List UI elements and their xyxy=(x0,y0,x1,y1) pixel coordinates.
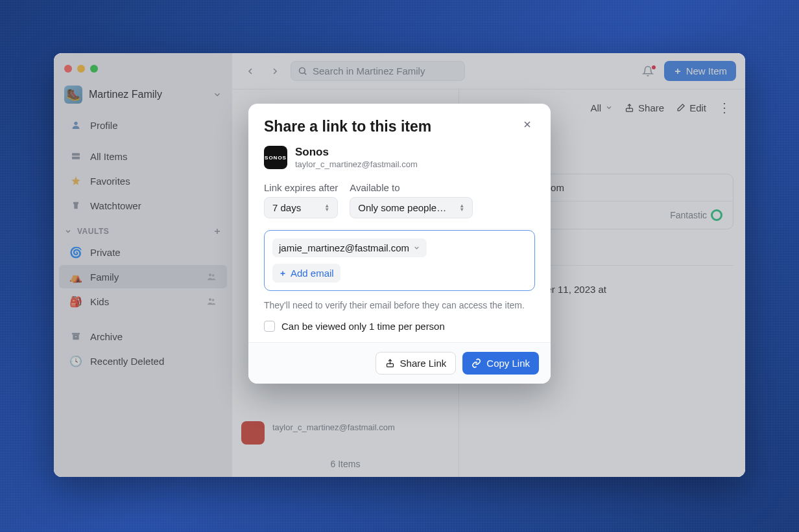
trash-icon: 🕓 xyxy=(69,354,82,367)
vault-icon: 🎒 xyxy=(69,295,82,308)
search-input[interactable]: Search in Martinez Family xyxy=(291,61,465,81)
svg-rect-9 xyxy=(72,333,80,335)
list-item[interactable]: taylor_c_martinez@fastmail.com xyxy=(232,415,459,451)
back-button[interactable] xyxy=(241,64,259,79)
sidebar-item-profile[interactable]: Profile xyxy=(59,113,227,137)
plus-icon xyxy=(673,67,682,76)
list-footer-count: 6 Items xyxy=(232,451,459,477)
fullscreen-window-button[interactable] xyxy=(90,65,98,73)
star-icon xyxy=(69,174,82,187)
chevron-down-icon xyxy=(605,104,613,111)
copy-link-button[interactable]: Copy Link xyxy=(462,352,539,375)
recipients-box[interactable]: jamie_martinez@fastmail.com Add email xyxy=(264,230,535,291)
svg-point-0 xyxy=(74,122,77,125)
svg-rect-1 xyxy=(72,153,80,156)
shared-icon xyxy=(206,296,217,306)
vaults-section-header: VAULTS xyxy=(54,218,232,240)
account-switcher[interactable]: 🥾 Martinez Family xyxy=(54,79,232,113)
sidebar-vault-kids[interactable]: 🎒 Kids xyxy=(59,290,227,313)
shared-icon xyxy=(206,272,217,282)
category-filter[interactable]: All xyxy=(590,102,613,113)
add-email-label: Add email xyxy=(291,268,334,279)
sidebar-item-label: Family xyxy=(90,272,119,283)
archive-icon xyxy=(69,330,82,343)
recipient-chip[interactable]: jamie_martinez@fastmail.com xyxy=(272,238,427,257)
sidebar-item-recently-deleted[interactable]: 🕓 Recently Deleted xyxy=(59,349,227,373)
available-to-label: Available to xyxy=(350,182,473,193)
forward-button[interactable] xyxy=(266,64,284,79)
add-vault-button[interactable] xyxy=(213,227,222,236)
strength-ring-icon xyxy=(711,209,722,221)
new-item-label: New Item xyxy=(686,65,727,76)
recipient-email: jamie_martinez@fastmail.com xyxy=(279,242,409,253)
password-strength-label: Fantastic xyxy=(670,210,707,220)
dialog-item-name: Sonos xyxy=(295,146,418,159)
svg-point-10 xyxy=(300,68,305,74)
more-button[interactable]: ⋮ xyxy=(718,100,731,115)
expiry-value: 7 days xyxy=(272,202,301,213)
new-item-button[interactable]: New Item xyxy=(664,61,736,81)
svg-point-8 xyxy=(212,299,214,301)
dialog-item-subtitle: taylor_c_martinez@fastmail.com xyxy=(295,159,418,169)
sidebar-item-archive[interactable]: Archive xyxy=(59,325,227,348)
sidebar-item-label: Archive xyxy=(90,331,123,342)
svg-rect-2 xyxy=(72,157,80,159)
link-icon xyxy=(471,358,481,368)
item-icon: SONOS xyxy=(264,146,287,169)
list-item-subtitle: taylor_c_martinez@fastmail.com xyxy=(272,422,395,432)
person-icon xyxy=(69,119,82,132)
sidebar-item-watchtower[interactable]: Watchtower xyxy=(59,194,227,217)
sidebar-item-label: Favorites xyxy=(90,176,130,187)
copy-link-label: Copy Link xyxy=(486,358,530,369)
stepper-icon: ▲▼ xyxy=(324,204,329,211)
chevron-down-icon xyxy=(413,244,420,251)
plus-icon xyxy=(279,270,287,277)
vault-icon: ⛺ xyxy=(69,270,82,283)
stepper-icon: ▲▼ xyxy=(459,204,464,211)
account-name: Martinez Family xyxy=(89,89,162,100)
toolbar: Search in Martinez Family New Item xyxy=(232,53,745,89)
search-icon xyxy=(298,66,307,76)
verification-note: They'll need to verify their email befor… xyxy=(264,299,535,312)
share-button[interactable]: Share xyxy=(625,102,664,113)
sidebar-item-label: Kids xyxy=(90,296,109,307)
close-window-button[interactable] xyxy=(64,65,72,73)
chevron-down-icon xyxy=(213,90,222,99)
share-icon xyxy=(385,358,395,368)
share-link-label: Share Link xyxy=(400,358,447,369)
search-placeholder: Search in Martinez Family xyxy=(313,65,425,76)
edit-button[interactable]: Edit xyxy=(676,102,706,113)
dialog-title: Share a link to this item xyxy=(264,118,431,135)
sidebar-item-label: Private xyxy=(90,247,121,258)
sidebar-item-label: Recently Deleted xyxy=(90,356,164,367)
watchtower-icon xyxy=(69,199,82,212)
chevron-down-icon[interactable] xyxy=(64,227,72,235)
available-to-select[interactable]: Only some people… ▲▼ xyxy=(350,197,473,218)
sidebar-vault-private[interactable]: 🌀 Private xyxy=(59,240,227,264)
view-once-label: Can be viewed only 1 time per person xyxy=(281,321,445,332)
item-icon xyxy=(241,421,265,445)
drawer-icon xyxy=(69,150,82,163)
sidebar-vault-family[interactable]: ⛺ Family xyxy=(59,265,227,288)
svg-point-5 xyxy=(209,273,211,276)
svg-point-6 xyxy=(212,274,214,276)
window-controls xyxy=(54,57,232,79)
sidebar: 🥾 Martinez Family Profile All Items Favo… xyxy=(54,53,232,477)
minimize-window-button[interactable] xyxy=(77,65,85,73)
close-button[interactable] xyxy=(519,118,535,131)
pencil-icon xyxy=(676,103,686,113)
view-once-checkbox[interactable] xyxy=(264,321,275,332)
vaults-header-label: VAULTS xyxy=(77,227,109,236)
share-link-dialog: Share a link to this item SONOS Sonos ta… xyxy=(248,104,551,384)
share-icon xyxy=(625,103,634,113)
notifications-button[interactable] xyxy=(638,65,658,77)
expiry-label: Link expires after xyxy=(264,182,338,193)
svg-line-11 xyxy=(304,73,306,75)
sidebar-item-favorites[interactable]: Favorites xyxy=(59,169,227,192)
sidebar-item-all-items[interactable]: All Items xyxy=(59,145,227,168)
add-email-button[interactable]: Add email xyxy=(272,264,340,283)
expiry-select[interactable]: 7 days ▲▼ xyxy=(264,197,338,218)
dialog-footer: Share Link Copy Link xyxy=(248,342,551,384)
share-link-button[interactable]: Share Link xyxy=(376,352,457,375)
sidebar-item-label: All Items xyxy=(90,151,128,162)
